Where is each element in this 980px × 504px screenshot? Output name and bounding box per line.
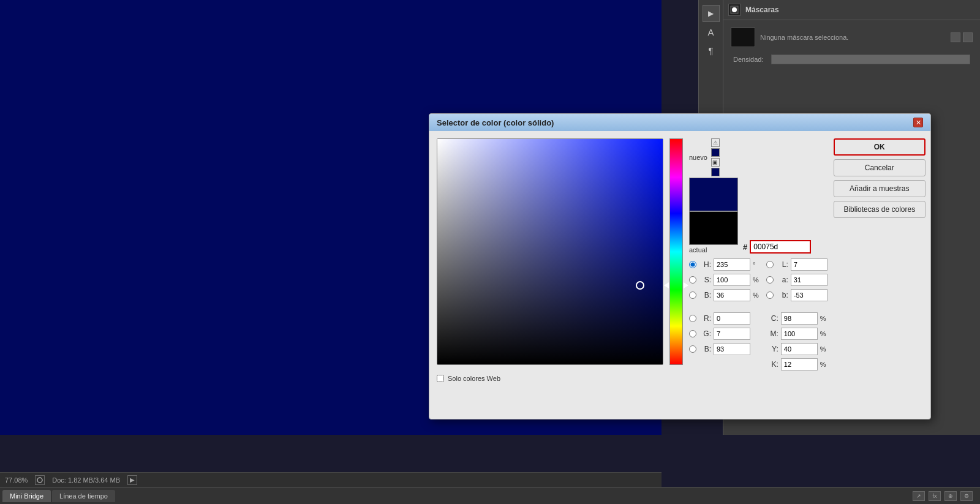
densidad-label: Densidad:	[733, 56, 764, 63]
hue-slider-container	[669, 138, 683, 382]
l-radio[interactable]	[766, 261, 774, 268]
h-radio[interactable]	[689, 261, 696, 268]
m-label: M:	[766, 329, 778, 338]
zoom-level: 77.08%	[5, 476, 28, 484]
dialog-close-button[interactable]: ✕	[913, 118, 923, 127]
warning-icon-1[interactable]: ⚠	[711, 138, 720, 147]
bottom-icons: ↗ fx ⊕ ⚙	[913, 491, 978, 501]
r-radio[interactable]	[689, 315, 696, 322]
arrow-right-icon[interactable]: ▶	[127, 475, 137, 485]
h-input[interactable]	[714, 258, 750, 271]
l-row: L:	[766, 258, 827, 271]
h-row: H: °	[689, 258, 759, 271]
h-label: H:	[699, 260, 711, 269]
mascaras-icon	[728, 4, 741, 16]
close-icon: ✕	[916, 119, 921, 127]
color-preview: nuevo ⚠ ▣ actual	[689, 138, 738, 254]
fx-button[interactable]: fx	[929, 491, 941, 501]
a-radio[interactable]	[766, 276, 774, 284]
color-fields: H: ° S: % B: %	[689, 258, 827, 370]
s-input[interactable]	[714, 274, 750, 286]
mask-thumbnail	[731, 28, 755, 47]
rgb-b-row: B:	[689, 343, 759, 355]
m-input[interactable]	[781, 328, 818, 340]
settings-icon[interactable]: ⚙	[960, 491, 973, 501]
bottom-icon-1[interactable]: ↗	[913, 491, 925, 501]
hex-input[interactable]	[750, 240, 811, 254]
gradient-inner	[437, 139, 663, 364]
gamut-color-2[interactable]	[711, 168, 720, 176]
tab-timeline[interactable]: Línea de tiempo	[52, 490, 115, 502]
m-row: M: %	[766, 328, 827, 340]
c-input[interactable]	[781, 312, 818, 325]
gamut-icon-2[interactable]: ▣	[711, 158, 720, 167]
svg-point-2	[37, 478, 42, 483]
hue-slider[interactable]	[669, 138, 683, 365]
web-colors-row: Solo colores Web	[437, 375, 663, 382]
a-input[interactable]	[791, 274, 827, 286]
densidad-slider[interactable]	[771, 55, 970, 64]
ok-button[interactable]: OK	[834, 138, 925, 156]
g-input[interactable]	[714, 328, 750, 340]
mascaras-header: Máscaras	[723, 0, 980, 20]
b-input[interactable]	[714, 289, 750, 301]
web-colors-checkbox[interactable]	[437, 375, 444, 382]
right-section: nuevo ⚠ ▣ actual #	[689, 138, 827, 382]
k-input[interactable]	[781, 358, 818, 370]
cancel-button[interactable]: Cancelar	[834, 159, 925, 176]
hex-label: #	[743, 243, 747, 252]
rgb-b-input[interactable]	[714, 343, 750, 355]
mascaras-item: Ninguna máscara selecciona.	[728, 25, 975, 50]
tab-bar: Mini Bridge Línea de tiempo ↗ fx ⊕ ⚙	[0, 487, 980, 504]
densidad-row: Densidad:	[728, 50, 975, 69]
color-gradient-picker[interactable]	[437, 138, 663, 365]
g-row: G:	[689, 328, 759, 340]
gamut-color-1[interactable]	[711, 148, 720, 157]
spacer2	[766, 304, 827, 309]
color-picker-dialog: Selector de color (color sólido) ✕ Solo …	[429, 113, 931, 419]
type-icon[interactable]: A	[703, 23, 720, 40]
paragraph-icon[interactable]: ¶	[703, 42, 720, 59]
l-label: L:	[776, 260, 788, 269]
globe-icon[interactable]: ⊕	[944, 491, 957, 501]
y-input[interactable]	[781, 343, 818, 355]
b-unit: %	[753, 291, 759, 299]
c-unit: %	[820, 315, 826, 322]
no-mask-label: Ninguna máscara selecciona.	[760, 34, 848, 41]
b-row: B: %	[689, 289, 759, 301]
mask-icon-1[interactable]	[951, 32, 960, 42]
lab-b-radio[interactable]	[766, 291, 774, 299]
lab-b-input[interactable]	[791, 289, 827, 301]
status-icon[interactable]	[35, 475, 45, 485]
hue-arrow-left	[664, 282, 669, 288]
l-input[interactable]	[791, 258, 827, 271]
dialog-buttons: OK Cancelar Añadir a muestras Biblioteca…	[834, 138, 932, 382]
y-unit: %	[820, 345, 826, 353]
mascaras-label: Máscaras	[745, 6, 779, 14]
y-row: Y: %	[766, 343, 827, 355]
dialog-titlebar: Selector de color (color sólido) ✕	[429, 114, 930, 131]
b-radio[interactable]	[689, 291, 696, 299]
status-bar: 77.08% Doc: 1.82 MB/3.64 MB ▶	[0, 472, 662, 487]
tab-mini-bridge[interactable]: Mini Bridge	[2, 490, 51, 502]
b-label: B:	[699, 291, 711, 299]
mask-icon-2[interactable]	[963, 32, 973, 42]
doc-info: Doc: 1.82 MB/3.64 MB	[52, 476, 120, 484]
lab-b-row: b:	[766, 289, 827, 301]
color-library-button[interactable]: Bibliotecas de colores	[834, 201, 925, 218]
s-row: S: %	[689, 274, 759, 286]
nuevo-label: nuevo	[689, 154, 707, 161]
k-label: K:	[766, 360, 778, 369]
preview-section: nuevo ⚠ ▣ actual #	[689, 138, 827, 254]
play-button[interactable]: ▶	[703, 5, 720, 22]
rgb-b-radio[interactable]	[689, 345, 696, 353]
hex-row: #	[743, 240, 811, 254]
play-icon: ▶	[708, 9, 714, 18]
g-radio[interactable]	[689, 330, 696, 337]
s-radio[interactable]	[689, 276, 696, 284]
add-to-swatches-button[interactable]: Añadir a muestras	[834, 180, 925, 197]
gradient-cursor	[636, 281, 644, 290]
a-row: a:	[766, 274, 827, 286]
r-input[interactable]	[714, 312, 750, 325]
spacer	[689, 304, 759, 309]
